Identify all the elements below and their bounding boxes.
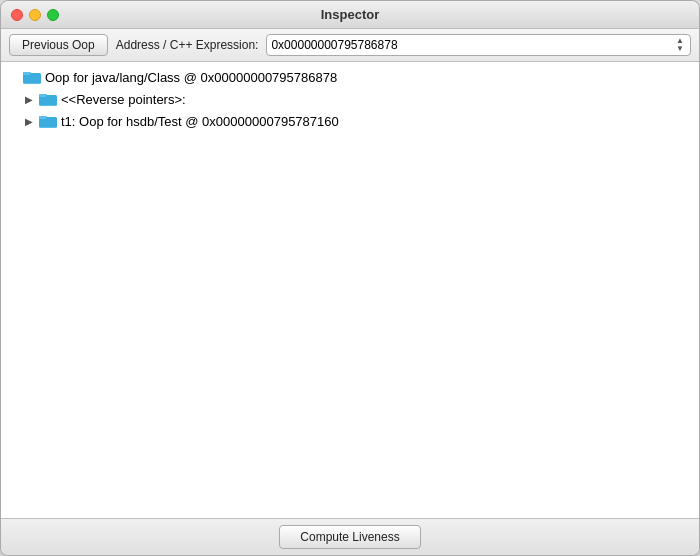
compute-liveness-button[interactable]: Compute Liveness — [279, 525, 420, 549]
toolbar: Previous Oop Address / C++ Expression: ▲… — [1, 29, 699, 62]
svg-rect-7 — [39, 94, 46, 97]
tree-item-t1[interactable]: t1: Oop for hsdb/Test @ 0x00000000795787… — [1, 110, 699, 132]
previous-oop-button[interactable]: Previous Oop — [9, 34, 108, 56]
traffic-lights — [11, 9, 59, 21]
root-item-label: Oop for java/lang/Class @ 0x000000007957… — [45, 70, 337, 85]
window-title: Inspector — [321, 7, 380, 22]
minimize-button[interactable] — [29, 9, 41, 21]
expand-arrow-reverse-pointers[interactable] — [23, 93, 35, 105]
root-folder-icon — [23, 70, 41, 84]
inspector-window: Inspector Previous Oop Address / C++ Exp… — [0, 0, 700, 556]
close-button[interactable] — [11, 9, 23, 21]
address-spinner[interactable]: ▲ ▼ — [674, 37, 686, 53]
address-input-wrapper: ▲ ▼ — [266, 34, 691, 56]
svg-rect-11 — [39, 116, 46, 119]
maximize-button[interactable] — [47, 9, 59, 21]
expand-arrow-t1[interactable] — [23, 115, 35, 127]
reverse-pointers-label: <<Reverse pointers>: — [61, 92, 186, 107]
address-label: Address / C++ Expression: — [116, 38, 259, 52]
address-input[interactable] — [271, 38, 674, 52]
tree-item-reverse-pointers[interactable]: <<Reverse pointers>: — [1, 88, 699, 110]
footer: Compute Liveness — [1, 518, 699, 555]
title-bar: Inspector — [1, 1, 699, 29]
spinner-down-icon: ▼ — [676, 45, 684, 53]
folder-icon-reverse-pointers — [39, 92, 57, 106]
svg-rect-3 — [23, 72, 30, 75]
folder-icon-t1 — [39, 114, 57, 128]
content-area[interactable]: Oop for java/lang/Class @ 0x000000007957… — [1, 62, 699, 518]
t1-item-label: t1: Oop for hsdb/Test @ 0x00000000795787… — [61, 114, 339, 129]
tree-root-item: Oop for java/lang/Class @ 0x000000007957… — [1, 66, 699, 88]
